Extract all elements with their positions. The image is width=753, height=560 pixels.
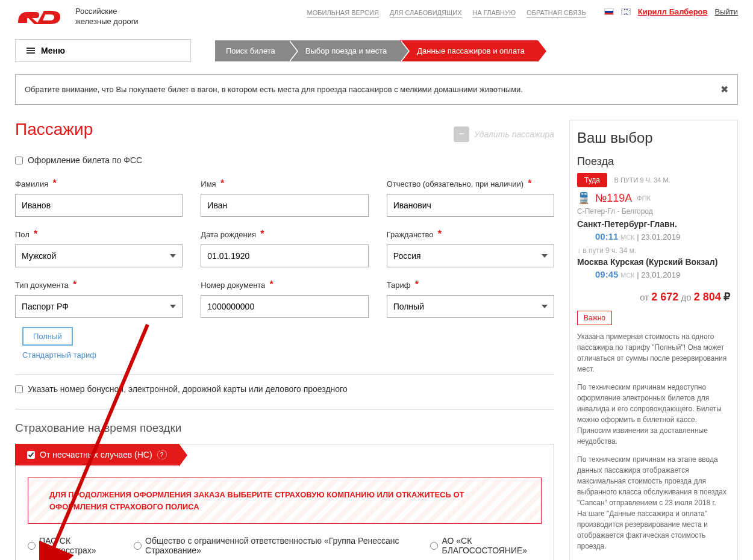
top-link-accessible[interactable]: ДЛЯ СЛАБОВИДЯЩИХ	[390, 9, 462, 16]
insurance-box: От несчастных случаев (НС) ? ДЛЯ ПРОДОЛЖ…	[15, 444, 554, 560]
fss-label: Оформление билета по ФСС	[28, 155, 142, 165]
doctype-select[interactable]: Паспорт РФ	[15, 295, 183, 318]
train-number: №119А	[595, 192, 632, 205]
dob-input[interactable]	[201, 244, 368, 267]
top-link-mobile[interactable]: МОБИЛЬНАЯ ВЕРСИЯ	[307, 9, 379, 16]
hamburger-icon	[27, 48, 35, 54]
sidebar-title: Ваш выбор	[577, 129, 730, 146]
to-station: Москва Курская (Курский Вокзал)	[577, 257, 730, 267]
travel-time: В ПУТИ 9 Ч. 34 М.	[614, 176, 670, 184]
close-icon[interactable]: ✖	[720, 84, 728, 95]
tariff-full-box[interactable]: Полный	[22, 327, 73, 346]
help-icon[interactable]: ?	[157, 450, 167, 459]
citizenship-label: Гражданство *	[387, 229, 554, 240]
price-row: от 2 672 до 2 804 ₽	[577, 290, 730, 303]
logout-link[interactable]: Выйти	[715, 7, 739, 16]
flag-ru-icon[interactable]	[604, 8, 614, 15]
insurance-checkbox[interactable]	[27, 451, 35, 459]
brand-line2: железные дороги	[75, 17, 139, 27]
standard-tariff-link[interactable]: Стандартный тариф	[22, 350, 96, 359]
insurance-ribbon: От несчастных случаев (НС) ?	[15, 444, 179, 465]
surname-label: Фамилия *	[15, 178, 183, 189]
menu-button[interactable]: Меню	[15, 39, 191, 62]
breadcrumb-train[interactable]: Выбор поезда и места	[289, 40, 400, 61]
citizenship-select[interactable]: Россия	[387, 244, 554, 267]
fss-checkbox[interactable]	[15, 157, 23, 164]
ins-radio-rgs[interactable]	[28, 542, 36, 550]
name-label: Имя *	[201, 178, 368, 189]
bonus-checkbox[interactable]	[15, 385, 23, 393]
info-2: По техническим причинам недоступно оформ…	[577, 382, 730, 447]
info-3: По техническим причинам на этапе ввода д…	[577, 454, 730, 552]
docnum-input[interactable]	[201, 295, 368, 318]
train-icon: 🚆	[577, 191, 590, 205]
insurance-warning: ДЛЯ ПРОДОЛЖЕНИЯ ОФОРМЛЕНИЯ ЗАКАЗА ВЫБЕРИ…	[28, 478, 542, 524]
breadcrumb-passengers[interactable]: Данные пассажиров и оплата	[400, 40, 538, 61]
direction-badge: Туда	[577, 173, 607, 187]
doctype-label: Тип документа *	[15, 279, 183, 290]
surname-input[interactable]	[15, 194, 183, 217]
from-station: Санкт-Петербург-Главн.	[577, 219, 730, 229]
top-link-home[interactable]: НА ГЛАВНУЮ	[473, 9, 516, 16]
dob-label: Дата рождения *	[201, 229, 368, 240]
train-company: ФПК	[637, 194, 651, 202]
top-link-feedback[interactable]: ОБРАТНАЯ СВЯЗЬ	[526, 9, 586, 16]
breadcrumb: Поиск билета Выбор поезда и места Данные…	[215, 40, 538, 61]
patronymic-label: Отчество (обязательно, при наличии) *	[387, 178, 554, 189]
ins-radio-renaissance[interactable]	[134, 542, 142, 550]
gender-select[interactable]: Мужской	[15, 244, 183, 267]
tariff-label: Тариф *	[387, 279, 554, 290]
user-name-link[interactable]: Кирилл Балберов	[638, 7, 708, 16]
bonus-label: Указать номер бонусной, электронной, дор…	[28, 384, 348, 394]
brand-line1: Российские	[75, 7, 139, 17]
docnum-label: Номер документа *	[201, 279, 368, 290]
ins-radio-blago[interactable]	[430, 542, 438, 550]
sidebar: Ваш выбор Поезда Туда В ПУТИ 9 Ч. 34 М. …	[569, 120, 738, 560]
patronymic-input[interactable]	[387, 194, 554, 217]
logo[interactable]: Российские железные дороги	[15, 6, 139, 27]
tariff-select[interactable]: Полный	[387, 295, 554, 318]
flag-en-icon[interactable]	[621, 8, 631, 15]
info-1: Указана примерная стоимость на одного па…	[577, 331, 730, 375]
breadcrumb-search[interactable]: Поиск билета	[215, 40, 289, 61]
notice-bar: Обратите внимание, что Вы покупаете биле…	[15, 74, 738, 105]
gender-label: Пол *	[15, 229, 183, 240]
insurance-title: Страхование на время поездки	[15, 422, 554, 435]
passenger-title: Пассажир	[15, 120, 93, 139]
name-input[interactable]	[201, 194, 368, 217]
sidebar-trains: Поезда	[577, 155, 730, 168]
menu-label: Меню	[41, 46, 65, 55]
route: С-Петер-Гл - Белгород	[577, 207, 730, 216]
duration: ↓ в пути 9 ч. 34 м.	[577, 246, 730, 255]
delete-passenger: − Удалить пассажира	[454, 126, 554, 142]
notice-text: Обратите внимание, что Вы покупаете биле…	[25, 85, 523, 94]
minus-icon: −	[454, 126, 469, 142]
important-badge: Важно	[577, 311, 612, 325]
